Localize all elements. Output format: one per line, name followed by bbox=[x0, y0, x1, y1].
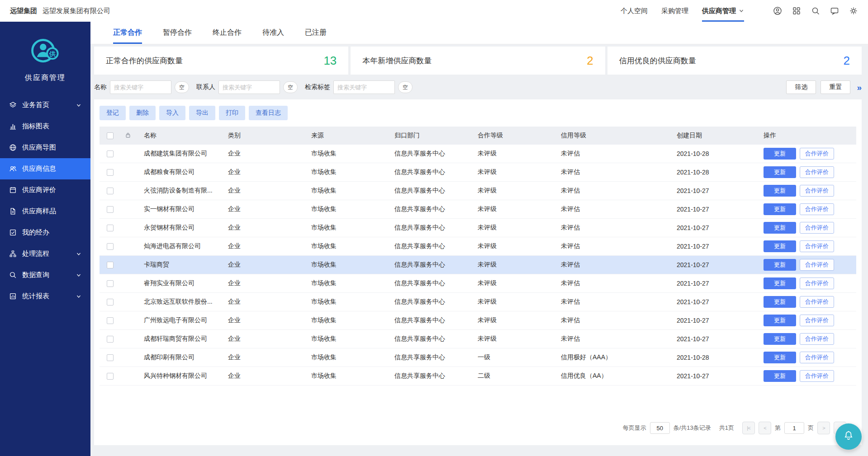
table-row[interactable]: 睿翔实业有限公司 企业 市场收集 信息共享服务中心 未评级 未评估 2021-1… bbox=[100, 274, 856, 293]
reset-button[interactable]: 重置 bbox=[821, 80, 850, 94]
search-icon[interactable] bbox=[811, 6, 820, 15]
update-button[interactable]: 更新 bbox=[764, 203, 796, 215]
toolbar-button[interactable]: 导出 bbox=[189, 106, 215, 120]
update-button[interactable]: 更新 bbox=[764, 259, 796, 271]
update-button[interactable]: 更新 bbox=[764, 277, 796, 289]
update-button[interactable]: 更新 bbox=[764, 352, 796, 363]
row-checkbox[interactable] bbox=[107, 299, 114, 306]
settings-icon[interactable] bbox=[849, 6, 858, 15]
cooperation-evaluation-button[interactable]: 合作评价 bbox=[800, 315, 834, 326]
row-checkbox[interactable] bbox=[107, 243, 114, 250]
toolbar-button[interactable]: 登记 bbox=[100, 106, 126, 120]
nav-personal-space[interactable]: 个人空间 bbox=[621, 0, 648, 22]
contact-search-input[interactable] bbox=[218, 80, 280, 94]
table-row[interactable]: 成都轩瑞商贸有限公司 企业 市场收集 信息共享服务中心 未评级 未评估 2021… bbox=[100, 330, 856, 348]
tab-pending-admission[interactable]: 待准入 bbox=[262, 22, 284, 44]
row-checkbox[interactable] bbox=[107, 225, 114, 231]
first-page-button[interactable]: |< bbox=[742, 422, 755, 434]
supplier-table: 名称 类别 来源 归口部门 合作等级 信用等级 创建日期 操作 成都建筑集团有限… bbox=[100, 127, 856, 385]
tab-paused-cooperation[interactable]: 暂停合作 bbox=[163, 22, 192, 44]
row-checkbox[interactable] bbox=[107, 262, 114, 268]
table-row[interactable]: 永贺钢材有限公司 企业 市场收集 信息共享服务中心 未评级 未评估 2021-1… bbox=[100, 219, 856, 237]
update-button[interactable]: 更新 bbox=[764, 296, 796, 308]
sidebar-item-statistics-reports[interactable]: 统计报表 bbox=[0, 286, 90, 307]
toolbar-button[interactable]: 打印 bbox=[219, 106, 245, 120]
update-button[interactable]: 更新 bbox=[764, 222, 796, 234]
table-row[interactable]: 北京致远互联软件股份... 企业 市场收集 信息共享服务中心 未评级 未评估 2… bbox=[100, 293, 856, 311]
tab-terminated-cooperation[interactable]: 终止合作 bbox=[213, 22, 242, 44]
toolbar-button[interactable]: 删除 bbox=[129, 106, 156, 120]
update-button[interactable]: 更新 bbox=[764, 148, 796, 160]
cooperation-evaluation-button[interactable]: 合作评价 bbox=[800, 370, 834, 382]
sidebar-item-supplier-info[interactable]: 供应商信息 bbox=[0, 158, 90, 179]
message-icon[interactable] bbox=[830, 6, 839, 15]
row-checkbox[interactable] bbox=[107, 336, 114, 343]
table-row[interactable]: 成都建筑集团有限公司 企业 市场收集 信息共享服务中心 未评级 未评估 2021… bbox=[100, 145, 856, 163]
page-number-input[interactable] bbox=[784, 422, 804, 434]
update-button[interactable]: 更新 bbox=[764, 370, 796, 382]
row-checkbox[interactable] bbox=[107, 188, 114, 194]
clear-contact-button[interactable]: 空 bbox=[283, 81, 298, 93]
cooperation-evaluation-button[interactable]: 合作评价 bbox=[800, 203, 834, 215]
sidebar-item-supplier-evaluation[interactable]: 供应商评价 bbox=[0, 179, 90, 201]
update-button[interactable]: 更新 bbox=[764, 185, 796, 197]
row-checkbox[interactable] bbox=[107, 373, 114, 380]
table-row[interactable]: 灿海进电器有限公司 企业 市场收集 信息共享服务中心 未评级 未评估 2021-… bbox=[100, 237, 856, 256]
nav-supplier-management[interactable]: 供应商管理 bbox=[702, 0, 744, 22]
table-row[interactable]: 成都粮食有限公司 企业 市场收集 信息共享服务中心 未评级 未评估 2021-1… bbox=[100, 163, 856, 182]
nav-procurement[interactable]: 采购管理 bbox=[661, 0, 688, 22]
row-checkbox[interactable] bbox=[107, 317, 114, 324]
per-page-input[interactable] bbox=[650, 422, 670, 434]
supplier-coop-level: 未评级 bbox=[478, 279, 561, 287]
sidebar-item-business-home[interactable]: 业务首页 bbox=[0, 94, 90, 116]
tab-registered[interactable]: 已注册 bbox=[305, 22, 327, 44]
clear-tag-button[interactable]: 空 bbox=[398, 81, 413, 93]
sidebar-item-metrics-charts[interactable]: 指标图表 bbox=[0, 116, 90, 137]
cooperation-evaluation-button[interactable]: 合作评价 bbox=[800, 185, 834, 197]
sidebar-item-process-flow[interactable]: 处理流程 bbox=[0, 243, 90, 264]
expand-filters-icon[interactable]: » bbox=[857, 83, 862, 92]
select-all-checkbox[interactable] bbox=[107, 132, 114, 139]
prev-page-button[interactable]: < bbox=[759, 422, 771, 434]
apps-grid-icon[interactable] bbox=[792, 6, 801, 15]
row-checkbox[interactable] bbox=[107, 150, 114, 157]
table-row[interactable]: 火弦消防设备制造有限... 企业 市场收集 信息共享服务中心 未评级 未评估 2… bbox=[100, 182, 856, 200]
row-checkbox[interactable] bbox=[107, 169, 114, 176]
update-button[interactable]: 更新 bbox=[764, 240, 796, 252]
update-button[interactable]: 更新 bbox=[764, 333, 796, 345]
cooperation-evaluation-button[interactable]: 合作评价 bbox=[800, 352, 834, 363]
supplier-source: 市场收集 bbox=[311, 279, 394, 287]
cooperation-evaluation-button[interactable]: 合作评价 bbox=[800, 166, 834, 178]
name-search-input[interactable] bbox=[110, 80, 171, 94]
cooperation-evaluation-button[interactable]: 合作评价 bbox=[800, 333, 834, 345]
cooperation-evaluation-button[interactable]: 合作评价 bbox=[800, 277, 834, 289]
notification-float-button[interactable] bbox=[835, 423, 862, 450]
row-checkbox[interactable] bbox=[107, 354, 114, 361]
row-checkbox[interactable] bbox=[107, 280, 114, 287]
table-row[interactable]: 成都印刷有限公司 企业 市场收集 信息共享服务中心 一级 信用极好（AAA） 2… bbox=[100, 348, 856, 367]
table-row[interactable]: 风兴特种钢材有限公司 企业 市场收集 信息共享服务中心 二级 信用优良（AA） … bbox=[100, 367, 856, 385]
table-row[interactable]: 广州致远电子有限公司 企业 市场收集 信息共享服务中心 未评级 未评估 2021… bbox=[100, 311, 856, 330]
toolbar-button[interactable]: 查看日志 bbox=[249, 106, 288, 120]
sidebar-item-data-query[interactable]: 数据查询 bbox=[0, 264, 90, 286]
toolbar-button[interactable]: 导入 bbox=[159, 106, 185, 120]
user-icon[interactable] bbox=[773, 6, 782, 15]
table-row[interactable]: 卡瑞商贸 企业 市场收集 信息共享服务中心 未评级 未评估 2021-10-27… bbox=[100, 256, 856, 274]
next-page-button[interactable]: > bbox=[817, 422, 830, 434]
filter-button[interactable]: 筛选 bbox=[786, 80, 816, 94]
sidebar-item-supplier-samples[interactable]: 供应商样品 bbox=[0, 201, 90, 222]
row-checkbox[interactable] bbox=[107, 206, 114, 213]
update-button[interactable]: 更新 bbox=[764, 315, 796, 326]
sidebar-item-my-tasks[interactable]: 我的经办 bbox=[0, 222, 90, 243]
tab-normal-cooperation[interactable]: 正常合作 bbox=[113, 22, 142, 44]
update-button[interactable]: 更新 bbox=[764, 166, 796, 178]
cooperation-evaluation-button[interactable]: 合作评价 bbox=[800, 296, 834, 308]
cooperation-evaluation-button[interactable]: 合作评价 bbox=[800, 148, 834, 160]
cooperation-evaluation-button[interactable]: 合作评价 bbox=[800, 222, 834, 234]
clear-name-button[interactable]: 空 bbox=[175, 81, 189, 93]
tag-search-input[interactable] bbox=[333, 80, 395, 94]
cooperation-evaluation-button[interactable]: 合作评价 bbox=[800, 240, 834, 252]
cooperation-evaluation-button[interactable]: 合作评价 bbox=[800, 259, 834, 271]
sidebar-item-supplier-map[interactable]: 供应商导图 bbox=[0, 137, 90, 158]
table-row[interactable]: 实一钢材有限公司 企业 市场收集 信息共享服务中心 未评级 未评估 2021-1… bbox=[100, 200, 856, 219]
